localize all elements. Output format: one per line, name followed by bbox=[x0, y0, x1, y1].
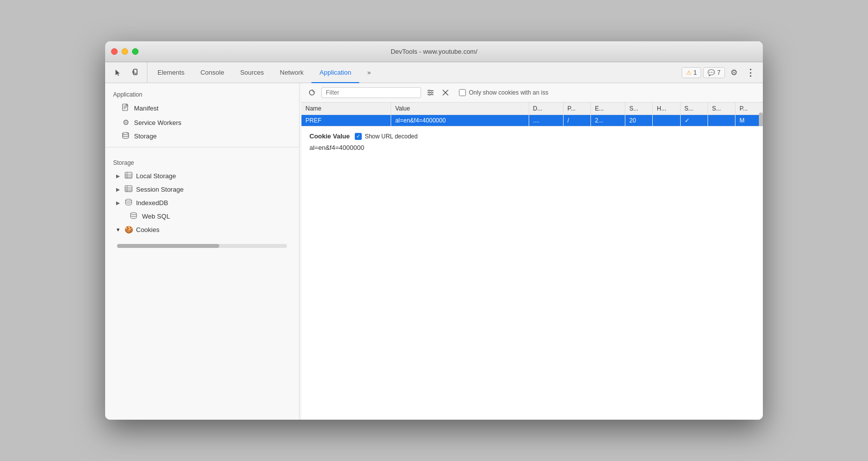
col-header-domain[interactable]: D... bbox=[529, 103, 563, 115]
cookie-table-wrapper: Name Value D... P... E... S... H... S...… bbox=[301, 103, 763, 126]
url-decoded-text: Show URL decoded bbox=[365, 133, 418, 140]
cell-samesite bbox=[708, 115, 735, 126]
maximize-button[interactable] bbox=[132, 48, 139, 55]
sidebar-item-service-workers[interactable]: ⚙ Service Workers bbox=[105, 115, 299, 129]
tab-console[interactable]: Console bbox=[192, 62, 232, 83]
minimize-button[interactable] bbox=[122, 48, 128, 55]
svg-point-28 bbox=[429, 94, 431, 96]
filter-input[interactable] bbox=[321, 87, 421, 98]
manifest-label: Manifest bbox=[134, 105, 158, 112]
url-decoded-checkbox[interactable]: ✓ bbox=[355, 133, 362, 140]
chat-icon: 💬 bbox=[708, 69, 715, 76]
tab-sources[interactable]: Sources bbox=[232, 62, 272, 83]
storage-app-label: Storage bbox=[134, 132, 157, 140]
tab-application[interactable]: Application bbox=[311, 62, 359, 83]
col-header-value[interactable]: Value bbox=[391, 103, 529, 115]
sidebar-item-storage-app[interactable]: Storage bbox=[105, 129, 299, 143]
filter-icons bbox=[424, 86, 452, 99]
table-scrollbar[interactable] bbox=[759, 103, 763, 126]
col-header-secure[interactable]: S... bbox=[680, 103, 708, 115]
svg-point-22 bbox=[131, 213, 137, 215]
settings-button[interactable]: ⚙ bbox=[727, 66, 741, 80]
local-storage-label: Local Storage bbox=[136, 172, 176, 180]
col-header-samesite[interactable]: S... bbox=[708, 103, 735, 115]
sidebar-scrollbar-thumb bbox=[117, 244, 219, 248]
cookie-row-pref[interactable]: PREF al=en&f4=4000000 .... / 2... 20 ✓ M bbox=[301, 115, 763, 126]
cell-name: PREF bbox=[301, 115, 391, 126]
close-button[interactable] bbox=[111, 48, 118, 55]
more-dots-icon: ⋮ bbox=[746, 67, 754, 78]
sidebar-item-manifest[interactable]: Manifest bbox=[105, 101, 299, 115]
cell-size: 20 bbox=[625, 115, 653, 126]
local-storage-icon bbox=[124, 172, 133, 180]
col-header-path[interactable]: P... bbox=[563, 103, 590, 115]
toolbar-right: ⚠ 1 💬 7 ⚙ ⋮ bbox=[682, 62, 761, 83]
url-decoded-label[interactable]: ✓ Show URL decoded bbox=[355, 133, 418, 140]
cell-httponly bbox=[653, 115, 680, 126]
svg-point-27 bbox=[431, 92, 433, 94]
issue-filter-checkbox[interactable] bbox=[459, 89, 466, 96]
sidebar: Application Manifest ⚙ bbox=[105, 83, 299, 420]
traffic-lights bbox=[111, 48, 139, 55]
toolbar: Elements Console Sources Network Applica… bbox=[105, 62, 763, 83]
session-storage-icon bbox=[124, 185, 133, 194]
service-workers-icon: ⚙ bbox=[121, 118, 130, 127]
sidebar-item-session-storage[interactable]: ▶ Session Storage bbox=[105, 183, 299, 196]
tab-more[interactable]: » bbox=[359, 62, 379, 83]
session-storage-label: Session Storage bbox=[136, 186, 183, 193]
svg-point-26 bbox=[429, 90, 430, 92]
mobile-icon[interactable] bbox=[129, 66, 143, 80]
web-sql-icon bbox=[129, 212, 138, 221]
cell-domain: .... bbox=[529, 115, 563, 126]
main-area: Application Manifest ⚙ bbox=[105, 83, 763, 420]
cookie-table-header: Name Value D... P... E... S... H... S...… bbox=[301, 103, 763, 115]
sidebar-section-application: Application bbox=[105, 83, 299, 101]
warning-count: 1 bbox=[694, 69, 697, 76]
warning-icon: ⚠ bbox=[686, 69, 692, 76]
content-panel: Only show cookies with an iss Name Value… bbox=[301, 83, 763, 420]
cookie-table-body: PREF al=en&f4=4000000 .... / 2... 20 ✓ M bbox=[301, 115, 763, 126]
col-header-expires[interactable]: E... bbox=[590, 103, 625, 115]
svg-point-4 bbox=[135, 73, 136, 74]
clear-filter-button[interactable] bbox=[439, 86, 452, 99]
cookies-label: Cookies bbox=[136, 226, 159, 233]
cookie-table: Name Value D... P... E... S... H... S...… bbox=[301, 103, 763, 126]
toolbar-icon-group bbox=[107, 62, 147, 83]
filter-options-button[interactable] bbox=[424, 86, 437, 99]
web-sql-label: Web SQL bbox=[142, 213, 170, 220]
expand-arrow-indexeddb: ▶ bbox=[115, 200, 121, 206]
sidebar-item-cookies[interactable]: ▼ 🍪 Cookies bbox=[105, 223, 299, 236]
sidebar-section-storage: Storage bbox=[105, 151, 299, 169]
tab-network[interactable]: Network bbox=[272, 62, 312, 83]
sidebar-item-indexeddb[interactable]: ▶ IndexedDB bbox=[105, 196, 299, 210]
more-options-button[interactable]: ⋮ bbox=[743, 66, 757, 80]
cookie-value-text: al=en&f4=4000000 bbox=[309, 144, 755, 151]
devtools-window: DevTools - www.youtube.com/ bbox=[105, 41, 763, 420]
cookie-toolbar: Only show cookies with an iss bbox=[301, 83, 763, 103]
expand-arrow-local-storage: ▶ bbox=[115, 173, 121, 179]
sidebar-item-local-storage[interactable]: ▶ Local Storage bbox=[105, 169, 299, 183]
chat-badge[interactable]: 💬 7 bbox=[703, 67, 725, 78]
sidebar-scrollbar[interactable] bbox=[117, 244, 287, 248]
cell-value: al=en&f4=4000000 bbox=[391, 115, 529, 126]
storage-app-icon bbox=[121, 132, 130, 140]
col-header-name[interactable]: Name bbox=[301, 103, 391, 115]
cookies-icon: 🍪 bbox=[124, 226, 133, 233]
chat-count: 7 bbox=[717, 69, 721, 76]
expand-arrow-session-storage: ▶ bbox=[115, 187, 121, 192]
tab-elements[interactable]: Elements bbox=[149, 62, 192, 83]
col-header-size[interactable]: S... bbox=[625, 103, 653, 115]
issue-filter-label[interactable]: Only show cookies with an iss bbox=[459, 89, 548, 96]
cookie-value-title: Cookie Value bbox=[309, 132, 350, 140]
cursor-icon[interactable] bbox=[111, 66, 125, 80]
sidebar-item-web-sql[interactable]: Web SQL bbox=[105, 210, 299, 223]
svg-point-10 bbox=[123, 132, 129, 134]
table-scrollbar-thumb bbox=[759, 113, 763, 126]
col-header-httponly[interactable]: H... bbox=[653, 103, 680, 115]
refresh-button[interactable] bbox=[305, 86, 318, 99]
cookie-value-panel: Cookie Value ✓ Show URL decoded al=en&f4… bbox=[301, 126, 763, 420]
cell-path: / bbox=[563, 115, 590, 126]
warning-badge[interactable]: ⚠ 1 bbox=[682, 67, 702, 78]
window-title: DevTools - www.youtube.com/ bbox=[391, 48, 477, 55]
service-workers-label: Service Workers bbox=[134, 119, 181, 126]
